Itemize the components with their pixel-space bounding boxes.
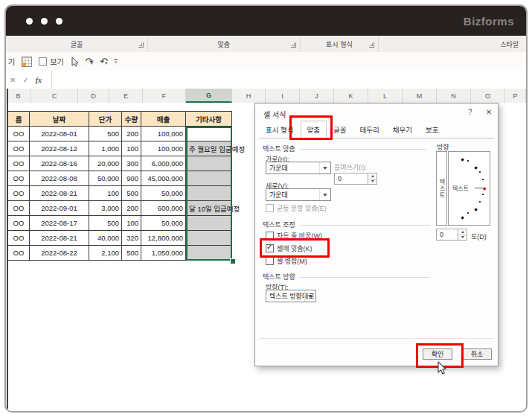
dialog-help-button[interactable]: ? xyxy=(468,108,472,116)
cell-date[interactable]: 2022-09-01 xyxy=(30,201,89,216)
window-dot-3-icon[interactable] xyxy=(56,18,63,25)
column-header-K[interactable]: K xyxy=(334,89,368,103)
pointer-tool-icon[interactable] xyxy=(71,57,79,67)
cell-note[interactable] xyxy=(186,216,232,231)
cell-qty[interactable]: 320 xyxy=(122,231,141,246)
indent-input[interactable]: 0 xyxy=(334,173,368,185)
column-header-L[interactable]: L xyxy=(368,89,403,103)
cell-sales[interactable]: 600,000 xyxy=(141,201,186,216)
cell-date[interactable]: 2022-08-21 xyxy=(30,231,89,246)
cell-sales[interactable]: 12,800,000 xyxy=(141,231,186,246)
cell-name[interactable]: OO xyxy=(7,216,30,231)
table-header-sales[interactable]: 매출 xyxy=(141,111,186,127)
dial-angle-marker[interactable] xyxy=(467,212,469,214)
dialog-launcher-icon[interactable] xyxy=(369,42,374,48)
cell-qty[interactable]: 500 xyxy=(122,186,141,201)
justify-distributed-checkbox[interactable]: 균등 분할 맞춤(E) xyxy=(266,203,327,213)
dial-angle-0-marker[interactable]: ◆ xyxy=(483,186,487,191)
cell-note[interactable]: 주 월요일 입금예정 xyxy=(186,141,232,156)
merge-cells-checkbox[interactable]: 셀 병합(M) xyxy=(266,256,307,266)
cell-name[interactable]: OO xyxy=(7,156,30,171)
cell-sales[interactable]: 6,000,000 xyxy=(141,156,186,171)
cell-name[interactable]: OO xyxy=(7,141,30,156)
column-header-P[interactable]: P xyxy=(505,89,526,103)
dialog-tab-테두리[interactable]: 테두리 xyxy=(353,121,386,139)
cell-note[interactable] xyxy=(186,246,232,261)
cancel-entry-icon[interactable]: ✕ xyxy=(10,76,16,84)
dial-angle-marker[interactable]: ◆ xyxy=(461,215,464,220)
dial-angle-marker[interactable] xyxy=(479,171,481,173)
cell-qty[interactable]: 200 xyxy=(122,201,141,216)
cell-unit_price[interactable]: 40,000 xyxy=(89,231,122,246)
column-header-I[interactable]: I xyxy=(266,89,300,103)
table-header-name[interactable]: 름 xyxy=(7,111,30,127)
spin-up-icon[interactable] xyxy=(368,174,376,179)
cell-qty[interactable]: 200 xyxy=(122,127,141,141)
cell-unit_price[interactable]: 1,000 xyxy=(89,141,122,156)
cell-note[interactable] xyxy=(186,127,232,141)
enter-entry-icon[interactable]: ✓ xyxy=(22,76,28,84)
cell-date[interactable]: 2022-08-22 xyxy=(30,246,89,261)
column-header-O[interactable]: O xyxy=(471,89,505,103)
column-header-M[interactable]: M xyxy=(403,89,437,103)
cell-sales[interactable]: 100,000 xyxy=(141,127,186,141)
degrees-input[interactable]: 0 xyxy=(436,229,458,241)
cell-sales[interactable]: 50,000 xyxy=(141,186,186,201)
column-header-G[interactable]: G xyxy=(186,89,232,103)
chevron-down-icon[interactable] xyxy=(319,189,330,200)
wrap-text-checkbox[interactable]: 자동 줄 바꿈(W) xyxy=(266,231,322,241)
direction-select[interactable]: 텍스트 방향대로 xyxy=(266,290,316,302)
table-header-unit_price[interactable]: 단가 xyxy=(89,111,122,127)
cell-note[interactable] xyxy=(186,231,232,246)
cell-date[interactable]: 2022-08-17 xyxy=(30,216,89,231)
vertical-select[interactable]: 가운데 xyxy=(266,188,331,201)
cell-sales[interactable]: 45,000,000 xyxy=(141,171,186,186)
cell-unit_price[interactable]: 100 xyxy=(89,186,122,201)
cell-qty[interactable]: 100 xyxy=(122,216,141,231)
cell-name[interactable]: OO xyxy=(7,186,30,201)
cell-date[interactable]: 2022-08-01 xyxy=(30,127,89,141)
cell-date[interactable]: 2022-08-08 xyxy=(30,171,89,186)
dialog-launcher-icon[interactable] xyxy=(291,42,296,48)
horizontal-select[interactable]: 가운데 xyxy=(266,162,331,174)
chevron-down-icon[interactable] xyxy=(319,162,330,174)
cell-name[interactable]: OO xyxy=(7,231,30,246)
spin-down-icon[interactable] xyxy=(368,179,376,185)
cell-qty[interactable]: 100 xyxy=(122,141,141,156)
column-header-N[interactable]: N xyxy=(437,89,471,103)
cell-sales[interactable]: 100,000 xyxy=(141,141,186,156)
column-header-J[interactable]: J xyxy=(300,89,334,103)
dial-angle-marker[interactable]: ◆ xyxy=(474,165,478,170)
table-grid-icon[interactable] xyxy=(22,57,32,67)
column-header-E[interactable]: E xyxy=(109,89,143,103)
cell-unit_price[interactable]: 2,100 xyxy=(89,246,122,261)
cell-qty[interactable]: 300 xyxy=(122,156,141,171)
column-header-H[interactable]: H xyxy=(232,89,266,103)
cell-sales[interactable]: 1,050,000 xyxy=(141,246,186,261)
dialog-tab-맞춤[interactable]: 맞춤 xyxy=(301,121,327,139)
table-header-note[interactable]: 기타사항 xyxy=(186,111,232,127)
cell-qty[interactable]: 900 xyxy=(122,171,141,186)
shrink-to-fit-checkbox[interactable]: 셀에 맞춤(K) xyxy=(266,243,313,253)
cell-date[interactable]: 2022-08-16 xyxy=(30,156,89,171)
dial-angle-marker[interactable] xyxy=(482,179,484,180)
cell-unit_price[interactable]: 20,000 xyxy=(89,156,122,171)
dial-angle-marker[interactable] xyxy=(479,201,481,203)
undo-dropdown-icon[interactable]: ▾ xyxy=(105,60,108,66)
dialog-launcher-icon[interactable] xyxy=(138,42,144,48)
dialog-tab-보호[interactable]: 보호 xyxy=(419,121,445,139)
cell-unit_price[interactable]: 3,000 xyxy=(89,201,122,216)
window-dot-1-icon[interactable] xyxy=(26,18,33,25)
cell-name[interactable]: OO xyxy=(7,127,30,141)
cell-unit_price[interactable]: 500 xyxy=(89,127,122,141)
cell-name[interactable]: OO xyxy=(7,246,30,261)
column-header-D[interactable]: D xyxy=(78,89,109,103)
dialog-close-button[interactable]: ✕ xyxy=(486,108,492,116)
cell-name[interactable]: OO xyxy=(7,201,30,216)
view-toggle[interactable]: 보기 xyxy=(39,56,63,67)
fill-handle[interactable] xyxy=(230,258,236,264)
window-dot-2-icon[interactable] xyxy=(41,18,48,25)
table-header-date[interactable]: 날짜 xyxy=(30,111,89,127)
dial-angle-marker[interactable]: ◆ xyxy=(461,157,464,162)
redo-dropdown-icon[interactable]: ▾ xyxy=(91,60,94,66)
